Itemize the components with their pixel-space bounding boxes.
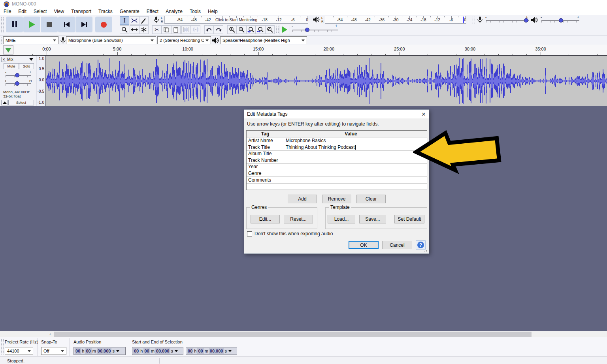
paste-button[interactable]	[171, 25, 181, 34]
record-meter-mic-icon[interactable]	[153, 17, 159, 23]
value-cell[interactable]	[284, 157, 418, 164]
audio-position-unit[interactable]: h	[81, 348, 85, 354]
pause-button[interactable]	[6, 17, 23, 32]
recording-channels-select[interactable]: 2 (Stereo) Recording Chai	[157, 36, 211, 44]
selection-start-unit[interactable]: s	[170, 348, 174, 354]
audio-position-unit[interactable]: m	[92, 348, 97, 354]
menu-generate[interactable]: Generate	[116, 9, 143, 14]
selection-start-digits[interactable]: 00	[133, 348, 139, 354]
selection-end-display[interactable]: 00h00m00.000s	[186, 347, 237, 355]
scroll-left-button[interactable]: ‹	[47, 331, 54, 337]
project-rate-select[interactable]: 44100	[5, 347, 33, 355]
menu-effect[interactable]: Effect	[143, 9, 162, 14]
time-format-caret-icon[interactable]	[175, 350, 178, 352]
playback-meter[interactable]: -54-48-42-36-30-24-18-12-60	[325, 16, 466, 24]
menu-view[interactable]: View	[50, 9, 68, 14]
toolbar-grip[interactable]	[1, 17, 4, 33]
copy-button[interactable]	[162, 25, 171, 34]
recording-meter[interactable]: -54-48-42-18-12-60Click to Start Monitor…	[164, 16, 308, 24]
value-cell[interactable]	[284, 183, 418, 190]
skip-to-end-button[interactable]	[75, 17, 92, 32]
audio-position-digits[interactable]: 00	[75, 348, 81, 354]
silence-audio-button[interactable]	[191, 25, 200, 34]
pan-knob[interactable]	[15, 81, 19, 86]
menu-analyze[interactable]: Analyze	[162, 9, 186, 14]
tag-cell[interactable]: Track Number	[247, 157, 284, 164]
dialog-resize-grip[interactable]	[424, 249, 428, 253]
horizontal-scrollbar[interactable]: ‹	[0, 331, 607, 337]
selection-start-digits[interactable]: 00	[143, 348, 150, 354]
zoom-selection-button[interactable]	[246, 25, 256, 34]
template-load-button[interactable]: Load...	[328, 215, 355, 223]
play-volume-knob[interactable]	[559, 18, 563, 23]
selection-start-digits[interactable]: 00.000	[155, 348, 170, 354]
vertical-scale-ruler[interactable]: 1.00.50.0-0.5-1.0	[36, 56, 46, 106]
time-format-caret-icon[interactable]	[228, 350, 232, 352]
time-shift-tool-button[interactable]	[130, 25, 139, 34]
dialog-close-button[interactable]: ✕	[420, 111, 427, 118]
genres-edit-button[interactable]: Edit...	[251, 215, 280, 223]
draw-tool-button[interactable]	[139, 16, 149, 25]
selection-end-digits[interactable]: 00	[187, 348, 193, 354]
snap-to-select[interactable]: Off	[41, 347, 66, 355]
track-close-button[interactable]: ✕	[1, 57, 6, 62]
waveform-track[interactable]	[46, 56, 607, 106]
play-speed-knob[interactable]	[305, 28, 309, 32]
track-select-button[interactable]: Select	[8, 100, 34, 105]
play-meter-speaker-icon[interactable]	[313, 17, 320, 23]
genres-reset-button[interactable]: Reset...	[284, 215, 313, 223]
selection-end-digits[interactable]: 00	[197, 348, 204, 354]
menu-tools[interactable]: Tools	[186, 9, 204, 14]
redo-button[interactable]	[214, 25, 223, 34]
cancel-button[interactable]: Cancel	[382, 241, 412, 249]
tag-cell[interactable]: Album Title	[247, 150, 284, 157]
audio-position-digits[interactable]: 00.000	[97, 348, 112, 354]
timeline-ruler[interactable]: 0:005:0010:0015:0020:0025:0030:0035:00	[0, 45, 607, 56]
time-format-caret-icon[interactable]	[116, 350, 119, 352]
table-row[interactable]: Track TitleThinking About Thinking Podca…	[247, 144, 427, 151]
value-cell[interactable]	[284, 150, 418, 157]
undo-button[interactable]	[204, 25, 214, 34]
track-name-menu[interactable]: Mix	[7, 56, 34, 62]
selection-start-display[interactable]: 00h00m00.000s	[132, 347, 183, 355]
value-cell[interactable]: Thinking About Thinking Podcast	[284, 144, 418, 151]
value-cell[interactable]	[284, 177, 418, 184]
zoom-tool-button[interactable]	[120, 25, 129, 34]
audio-position-display[interactable]: 00h00m00.000s	[74, 347, 126, 355]
meter-monitor-text[interactable]: Click to Start Monitoring	[215, 18, 257, 22]
recording-device-select[interactable]: Microphone (Blue Snowball)	[66, 36, 156, 44]
play-button[interactable]	[23, 17, 40, 32]
selection-tool-button[interactable]: I	[120, 16, 129, 25]
trim-audio-button[interactable]	[181, 25, 191, 34]
table-row[interactable]: Album Title	[247, 150, 427, 157]
fit-project-button[interactable]	[256, 25, 265, 34]
envelope-tool-button[interactable]	[130, 16, 139, 25]
tag-cell[interactable]: Comments	[247, 177, 284, 184]
playback-device-select[interactable]: Speaker/Headphone (Realtek High	[220, 36, 307, 44]
record-button[interactable]	[95, 17, 112, 32]
help-button[interactable]: ?	[416, 240, 426, 250]
mute-button[interactable]: Mute	[4, 63, 19, 69]
selection-start-unit[interactable]: m	[150, 348, 155, 354]
tag-cell[interactable]: Track Title	[247, 144, 284, 151]
value-cell[interactable]	[284, 163, 418, 170]
clear-button[interactable]: Clear	[356, 195, 386, 203]
selection-start-unit[interactable]: h	[139, 348, 143, 354]
record-volume-knob[interactable]	[524, 18, 528, 23]
scrollbar-thumb[interactable]	[54, 332, 532, 337]
menu-tracks[interactable]: Tracks	[95, 9, 116, 14]
stop-button[interactable]	[41, 17, 58, 32]
metadata-table[interactable]: TagValueArtist NameMicrophone BasicsTrac…	[246, 130, 427, 190]
template-set-default-button[interactable]: Set Default	[394, 215, 424, 223]
gain-knob[interactable]	[15, 73, 19, 77]
tag-cell[interactable]	[247, 183, 284, 190]
selection-end-unit[interactable]: m	[204, 348, 209, 354]
tag-cell[interactable]: Genre	[247, 170, 284, 177]
table-row[interactable]: Track Number	[247, 157, 427, 164]
audio-position-digits[interactable]: 00	[85, 348, 91, 354]
tag-cell[interactable]: Year	[247, 163, 284, 170]
multi-tool-button[interactable]	[139, 25, 149, 34]
skip-to-start-button[interactable]	[58, 17, 75, 32]
menu-transport[interactable]: Transport	[68, 9, 95, 14]
zoom-out-button[interactable]	[237, 25, 246, 34]
